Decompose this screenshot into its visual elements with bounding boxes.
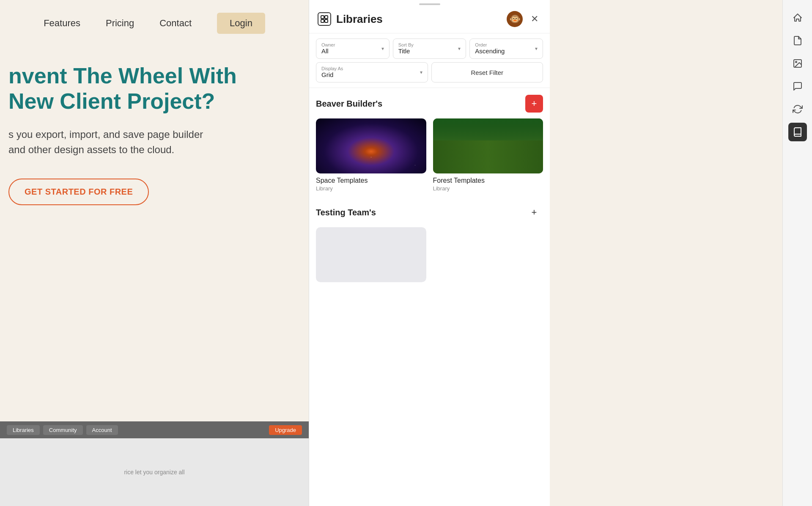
space-templates-name: Space Templates	[316, 177, 426, 184]
panel-content: Beaver Builder's + Space Templates Libra…	[309, 88, 550, 506]
display-as-label: Display As	[321, 66, 343, 71]
testing-teams-section-header: Testing Team's +	[316, 204, 543, 221]
document-icon[interactable]	[788, 31, 807, 50]
sort-by-chevron-icon: ▾	[458, 46, 461, 52]
beaver-builders-grid: Space Templates Library Forest Templates…	[316, 118, 543, 192]
panel-header-right: 🐵 ✕	[507, 11, 541, 27]
display-as-filter[interactable]: Display As Grid ▾	[316, 62, 428, 82]
svg-rect-3	[325, 19, 328, 22]
forest-image-visual	[433, 118, 543, 173]
panel-header-left: Libraries	[318, 12, 383, 26]
reset-filter-button[interactable]: Reset Filter	[431, 62, 543, 82]
close-button[interactable]: ✕	[528, 12, 541, 26]
preview-body-text: rice let you organize all	[124, 469, 184, 476]
nav-pricing[interactable]: Pricing	[106, 18, 134, 29]
display-as-filter-content: Display As Grid	[321, 66, 343, 79]
owner-filter[interactable]: Owner All ▾	[316, 38, 390, 59]
nav-contact[interactable]: Contact	[159, 18, 192, 29]
order-filter[interactable]: Order Ascending ▾	[469, 38, 543, 59]
filter-row-2: Display As Grid ▾ Reset Filter	[316, 62, 543, 82]
filter-row-1: Owner All ▾ Sort By Title ▾ Order Ascend…	[316, 38, 543, 59]
placeholder-visual	[316, 227, 426, 282]
image-icon[interactable]	[788, 54, 807, 73]
testing-teams-add-button[interactable]: +	[525, 204, 543, 221]
preview-tab-community[interactable]: Community	[43, 425, 83, 435]
hero-title: nvent The Wheel With New Client Project?	[8, 63, 309, 114]
forest-templates-name: Forest Templates	[433, 177, 543, 184]
preview-tab-account[interactable]: Account	[86, 425, 118, 435]
refresh-icon[interactable]	[788, 100, 807, 118]
display-as-value: Grid	[321, 71, 333, 78]
hero-section: nvent The Wheel With New Client Project?…	[0, 47, 309, 222]
home-icon[interactable]	[788, 8, 807, 27]
sort-by-value: Title	[398, 47, 410, 55]
beaver-builders-title: Beaver Builder's	[316, 99, 382, 109]
libraries-panel: Libraries 🐵 ✕ Owner All ▾ Sort By Title	[309, 0, 550, 506]
display-as-chevron-icon: ▾	[420, 69, 422, 75]
preview-bar: Libraries Community Account Upgrade	[0, 421, 309, 438]
nav-login[interactable]: Login	[217, 13, 265, 34]
beaver-builders-section-header: Beaver Builder's +	[316, 95, 543, 113]
svg-rect-2	[321, 19, 324, 22]
panel-title: Libraries	[336, 13, 383, 26]
right-sidebar	[782, 0, 812, 506]
sort-by-label: Sort By	[398, 42, 414, 47]
order-filter-content: Order Ascending	[475, 42, 505, 55]
forest-templates-image	[433, 118, 543, 173]
svg-rect-0	[321, 16, 324, 19]
space-templates-card[interactable]: Space Templates Library	[316, 118, 426, 192]
website-background: Features Pricing Contact Login nvent The…	[0, 0, 309, 506]
beaver-builders-add-button[interactable]: +	[525, 95, 543, 113]
svg-point-5	[796, 61, 797, 63]
preview-upgrade-btn[interactable]: Upgrade	[269, 425, 302, 435]
order-label: Order	[475, 42, 505, 47]
order-value: Ascending	[475, 47, 505, 55]
cta-button[interactable]: GET STARTED FOR FREE	[8, 179, 149, 205]
testing-teams-grid	[316, 227, 543, 286]
owner-value: All	[321, 47, 329, 55]
panel-libraries-icon	[318, 12, 331, 26]
hero-title-line2: New Client Project?	[8, 89, 215, 113]
space-templates-image	[316, 118, 426, 173]
space-templates-type: Library	[316, 185, 426, 192]
comment-icon[interactable]	[788, 77, 807, 96]
owner-chevron-icon: ▾	[381, 46, 384, 52]
owner-filter-content: Owner All	[321, 42, 335, 55]
nav-features[interactable]: Features	[44, 18, 80, 29]
reset-filter-label: Reset Filter	[471, 69, 503, 76]
hero-title-line1: nvent The Wheel With	[8, 63, 237, 88]
forest-templates-card[interactable]: Forest Templates Library	[433, 118, 543, 192]
sort-by-filter-content: Sort By Title	[398, 42, 414, 55]
svg-rect-1	[325, 16, 328, 19]
panel-header: Libraries 🐵 ✕	[309, 7, 550, 33]
sort-by-filter[interactable]: Sort By Title ▾	[393, 38, 466, 59]
forest-templates-type: Library	[433, 185, 543, 192]
user-avatar[interactable]: 🐵	[507, 11, 523, 27]
navigation-bar: Features Pricing Contact Login	[0, 0, 309, 47]
libraries-active-icon[interactable]	[788, 123, 807, 141]
placeholder-image	[316, 227, 426, 282]
hero-subtitle: s you export, import, and save page buil…	[8, 127, 262, 157]
drag-handle-bar	[419, 3, 440, 5]
owner-label: Owner	[321, 42, 335, 47]
testing-teams-title: Testing Team's	[316, 208, 376, 217]
placeholder-card[interactable]	[316, 227, 426, 286]
order-chevron-icon: ▾	[535, 46, 538, 52]
drag-handle[interactable]	[309, 0, 550, 7]
preview-content: rice let you organize all	[0, 438, 309, 506]
preview-tab-libraries[interactable]: Libraries	[7, 425, 40, 435]
space-image-visual	[316, 118, 426, 173]
filters-area: Owner All ▾ Sort By Title ▾ Order Ascend…	[309, 33, 550, 88]
bottom-preview: Libraries Community Account Upgrade rice…	[0, 421, 309, 506]
